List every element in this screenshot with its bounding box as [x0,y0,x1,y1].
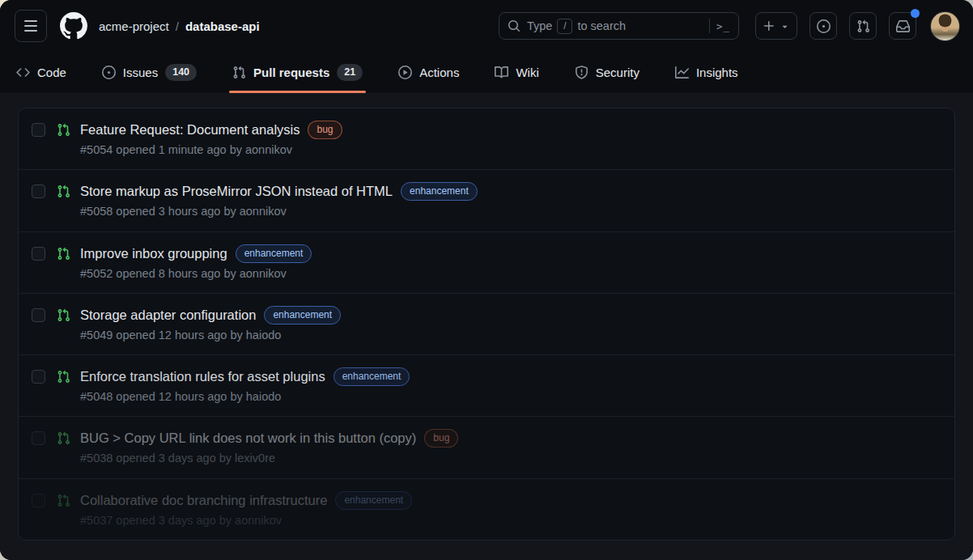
code-icon [16,66,30,79]
label-badge[interactable]: enhancement [236,244,312,263]
select-checkbox[interactable] [32,123,45,137]
app-window: acme-project / database-api Type / to se… [0,0,973,560]
label-badge[interactable]: enhancement [401,182,478,201]
pull-request-row[interactable]: Storage adapter configuration enhancemen… [19,293,954,354]
tab-pull-requests[interactable]: Pull requests 21 [231,52,364,93]
breadcrumb: acme-project / database-api [99,19,260,33]
hamburger-menu-button[interactable] [15,10,47,42]
breadcrumb-org[interactable]: acme-project [99,19,169,33]
select-checkbox[interactable] [32,308,45,322]
tab-pull-requests-label: Pull requests [253,66,329,79]
pull-request-meta: #5052 opened 8 hours ago by aonnikov [80,267,312,280]
pull-request-meta: #5058 opened 3 hours ago by aonnikov [80,205,478,218]
pull-request-row[interactable]: BUG > Copy URL link does not work in thi… [19,416,954,477]
pull-request-title[interactable]: BUG > Copy URL link does not work in thi… [80,431,416,446]
git-pull-request-open-icon [57,370,70,384]
git-pull-request-open-icon [57,308,70,322]
content-area: Feature Request: Document analysis bug #… [0,94,973,560]
user-avatar[interactable] [930,11,960,41]
tab-code-label: Code [37,66,66,79]
search-divider [709,19,710,33]
tab-code[interactable]: Code [15,52,68,93]
tab-issues[interactable]: Issues 140 [100,52,198,93]
tab-wiki[interactable]: Wiki [493,52,540,93]
git-pull-request-open-icon [57,123,70,137]
pull-requests-dashboard-button[interactable] [849,12,877,40]
inbox-icon [896,19,910,33]
label-badge[interactable]: enhancement [334,367,410,386]
issue-opened-icon [102,66,116,79]
breadcrumb-separator: / [176,19,179,33]
label-badge[interactable]: enhancement [335,491,412,510]
pull-request-title[interactable]: Improve inbox groupping [80,246,227,261]
pull-request-meta: #5038 opened 3 days ago by lexiv0re [80,452,458,465]
command-palette-icon[interactable]: >_ [716,20,730,32]
notification-dot [911,9,920,18]
issues-count-badge: 140 [165,64,197,80]
tab-security-label: Security [596,66,639,79]
breadcrumb-repo[interactable]: database-api [185,19,260,33]
pull-request-meta: #5049 opened 12 hours ago by haiodo [80,329,341,342]
label-badge[interactable]: bug [424,429,458,448]
tab-insights-label: Insights [696,66,738,79]
play-icon [398,66,412,79]
pull-request-list: Feature Request: Document analysis bug #… [18,108,955,541]
git-pull-request-icon [856,19,870,33]
label-badge[interactable]: bug [308,121,342,139]
search-placeholder-suffix: to search [577,19,626,32]
search-placeholder-prefix: Type [527,19,552,32]
pull-request-meta: #5048 opened 12 hours ago by haiodo [80,390,410,403]
pull-request-title[interactable]: Enforce translation rules for asset plug… [80,369,325,384]
pull-request-row[interactable]: Feature Request: Document analysis bug #… [19,108,954,169]
pull-request-row[interactable]: Improve inbox groupping enhancement #505… [19,231,954,293]
plus-icon [763,19,775,32]
tab-wiki-label: Wiki [516,66,538,79]
git-pull-request-open-icon [57,185,70,198]
issues-dashboard-button[interactable] [809,12,837,40]
slash-key-hint: / [557,19,572,34]
search-input[interactable]: Type / to search >_ [499,12,739,40]
git-pull-request-open-icon [57,247,70,261]
repo-navigation: Code Issues 140 Pull requests 21 Actions… [0,52,973,94]
git-pull-request-open-icon [57,431,70,445]
graph-icon [675,66,689,79]
select-checkbox[interactable] [32,247,45,261]
issue-opened-icon [817,19,831,33]
git-pull-request-icon [232,66,246,79]
pull-request-row[interactable]: Store markup as ProseMirror JSON instead… [19,169,954,231]
hamburger-icon [24,20,37,32]
select-checkbox[interactable] [32,431,45,445]
top-bar: acme-project / database-api Type / to se… [0,0,973,52]
pull-requests-count-badge: 21 [337,64,363,80]
select-checkbox[interactable] [32,494,45,507]
tab-issues-label: Issues [123,66,158,79]
select-checkbox[interactable] [32,370,45,384]
pull-request-title[interactable]: Store markup as ProseMirror JSON instead… [80,184,393,199]
tab-security[interactable]: Security [573,52,641,93]
label-badge[interactable]: enhancement [264,306,341,325]
pull-request-meta: #5037 opened 3 days ago by aonnikov [80,514,412,527]
pull-request-row[interactable]: Enforce translation rules for asset plug… [19,354,954,416]
github-logo-icon[interactable] [60,12,87,40]
git-pull-request-open-icon [57,494,70,507]
pull-request-title[interactable]: Collaborative doc branching infrastructu… [80,493,327,508]
tab-actions[interactable]: Actions [397,52,461,93]
pull-request-title[interactable]: Storage adapter configuration [80,308,256,323]
shield-icon [575,66,588,79]
pull-request-row[interactable]: Collaborative doc branching infrastructu… [19,478,954,540]
search-icon [508,19,520,32]
chevron-down-icon [780,21,790,32]
top-bar-actions [755,11,960,41]
create-new-button[interactable] [755,12,797,40]
tab-actions-label: Actions [419,66,459,79]
select-checkbox[interactable] [32,185,45,198]
book-icon [495,66,508,79]
pull-request-meta: #5054 opened 1 minute ago by aonnikov [80,143,342,156]
tab-insights[interactable]: Insights [673,52,740,93]
pull-request-title[interactable]: Feature Request: Document analysis [80,122,300,138]
